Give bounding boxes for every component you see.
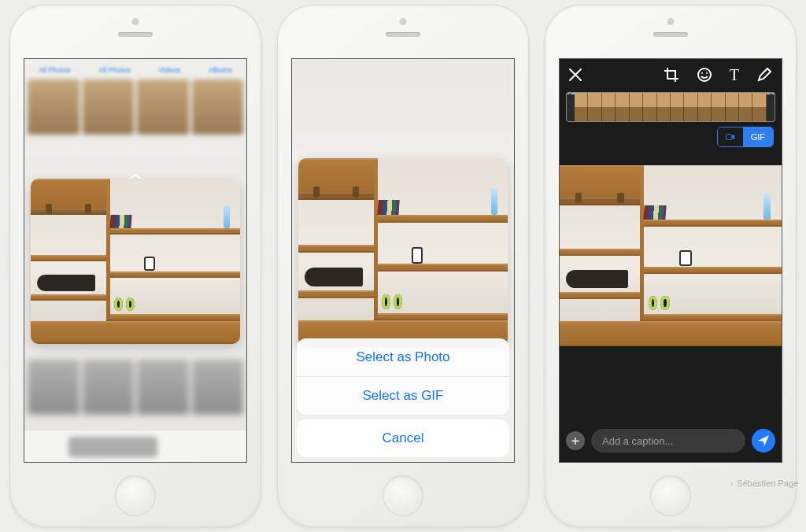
pencil-icon[interactable] <box>756 67 772 83</box>
svg-rect-3 <box>726 135 732 140</box>
mode-segmented-control[interactable]: GIF <box>717 127 774 147</box>
phone-frame-2: Select as Photo Select as GIF Cancel <box>277 5 529 527</box>
select-as-photo[interactable]: Select as Photo <box>297 338 509 377</box>
editor-photo[interactable] <box>560 165 782 346</box>
home-button[interactable] <box>115 475 156 516</box>
chevron-right-icon: › <box>730 479 733 488</box>
camera-sensor <box>132 18 139 25</box>
segment-gif[interactable]: GIF <box>743 127 773 146</box>
photo-preview[interactable] <box>31 179 240 344</box>
phone-frame-1: All Photos All Photos Videos Albums <box>9 5 261 527</box>
svg-point-1 <box>701 72 703 74</box>
camera-sensor <box>400 18 407 25</box>
action-sheet-group: Select as Photo Select as GIF <box>297 338 509 415</box>
cancel-button[interactable]: Cancel <box>297 419 509 457</box>
picker-bottombar <box>24 430 246 462</box>
emoji-icon[interactable] <box>697 67 712 83</box>
screen-gif-editor: T ‹ › GIF <box>559 58 782 463</box>
photo-preview <box>298 158 508 347</box>
screen-action-sheet: Select as Photo Select as GIF Cancel <box>291 58 515 463</box>
tab-item[interactable]: Videos <box>159 66 180 74</box>
tab-item[interactable]: Albums <box>209 66 232 74</box>
trim-handle-left[interactable]: ‹ <box>567 93 575 94</box>
earpiece <box>386 32 420 37</box>
blurred-header <box>292 59 514 153</box>
trim-filmstrip[interactable]: ‹ › <box>566 92 775 122</box>
attribution: › Sébastien Page <box>730 478 798 488</box>
screen-photo-picker: All Photos All Photos Videos Albums <box>24 58 247 463</box>
attribution-text: Sébastien Page <box>737 478 798 488</box>
tab-item[interactable]: All Photos <box>98 66 131 74</box>
svg-point-2 <box>706 72 708 74</box>
filmstrip-frames[interactable] <box>575 93 767 121</box>
select-as-gif[interactable]: Select as GIF <box>297 377 509 415</box>
camera-sensor <box>667 18 675 25</box>
action-sheet: Select as Photo Select as GIF Cancel <box>297 338 509 457</box>
tab-item[interactable]: All Photos <box>39 66 71 74</box>
segment-video[interactable] <box>718 127 743 146</box>
home-button[interactable] <box>650 475 691 516</box>
add-button[interactable]: ＋ <box>566 431 585 450</box>
thumbnail-row-blurred <box>24 79 246 135</box>
crop-icon[interactable] <box>664 67 679 83</box>
earpiece <box>653 32 688 37</box>
home-button[interactable] <box>383 475 423 516</box>
earpiece <box>118 32 153 37</box>
picker-tabbar: All Photos All Photos Videos Albums <box>24 62 246 78</box>
close-icon[interactable] <box>568 67 583 83</box>
trim-handle-right[interactable]: › <box>767 93 775 94</box>
phone-frame-3: T ‹ › GIF <box>545 5 797 527</box>
svg-point-0 <box>698 68 711 81</box>
caption-input[interactable]: Add a caption... <box>591 429 745 453</box>
thumbnail-row-blurred <box>24 360 246 415</box>
editor-toolbar: T <box>560 59 782 91</box>
caption-row: ＋ Add a caption... <box>566 429 775 453</box>
send-button[interactable] <box>752 429 775 453</box>
text-tool[interactable]: T <box>730 66 739 84</box>
